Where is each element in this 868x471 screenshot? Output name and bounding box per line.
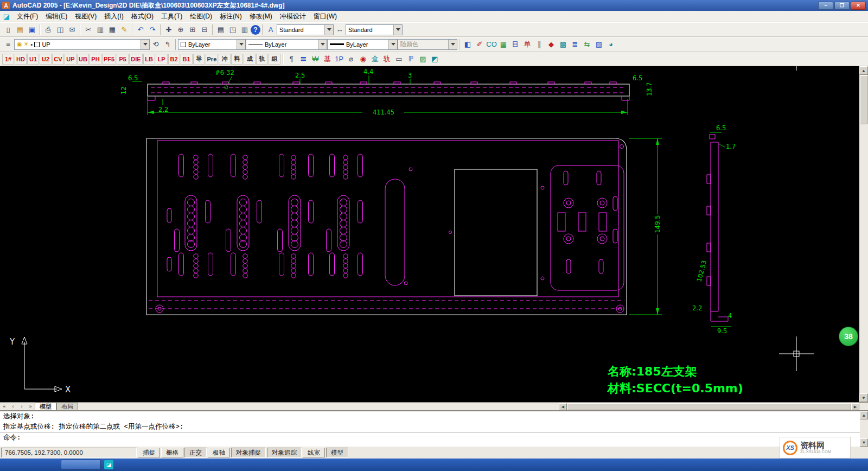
menu-modify[interactable]: 修改(M) [246,11,276,22]
die-design-icon[interactable]: ◩ [429,53,441,65]
die-tool-button[interactable]: 料 [231,54,243,65]
die-design-icon[interactable]: ▭ [393,53,405,65]
save-icon[interactable]: ▣ [26,24,38,36]
layer-states-icon[interactable]: ⟲ [150,39,162,50]
menu-window[interactable]: 窗口(W) [310,11,341,22]
die-design-icon[interactable]: ¶ [285,53,297,65]
die-tool-button[interactable]: CV [52,54,64,65]
menu-draw[interactable]: 绘图(D) [186,11,216,22]
scroll-right-icon[interactable]: ▶ [851,403,859,410]
custom-tool-icon[interactable]: ◧ [462,39,474,50]
die-design-icon[interactable]: ℙ [405,53,417,65]
menu-tools[interactable]: 工具(T) [157,11,186,22]
tab-layout[interactable]: 布局 [56,403,78,410]
layer-lock-icon[interactable]: ▪ [30,41,33,48]
custom-tool-icon[interactable]: ∥ [533,39,545,50]
die-design-icon[interactable]: ◉ [357,53,369,65]
vertical-scroll-thumb[interactable] [860,75,867,124]
grid-toggle[interactable]: 栅格 [161,448,183,457]
zoom-realtime-icon[interactable]: ⊕ [175,24,187,36]
command-scrollbar[interactable]: ▲ ▼ [860,411,868,447]
command-input-line[interactable]: 命令: [0,432,868,443]
dropdown-arrow-icon[interactable] [388,40,397,49]
custom-tool-icon[interactable]: CO [486,39,497,50]
osnap-toggle[interactable]: 对象捕捉 [231,448,266,457]
undo-icon[interactable]: ↶ [135,24,146,36]
dim-style-dropdown[interactable]: Standard [346,24,403,35]
tab-next-icon[interactable]: › [17,403,26,410]
drawing-system-icon[interactable]: ◪ [2,12,11,21]
dropdown-arrow-icon[interactable] [318,40,327,49]
drawing-canvas[interactable]: 6.5 12 2.2 #6-32 2.5 4.4 3 6.5 13.7 [0,66,859,402]
redo-icon[interactable]: ↷ [146,24,158,36]
die-tool-button[interactable]: LP [156,54,168,65]
linetype-control-dropdown[interactable]: ByLayer [246,39,327,50]
menu-die-design[interactable]: 冲模设计 [276,11,310,22]
cut-icon[interactable]: ✂ [82,24,94,36]
copy-icon[interactable]: ▥ [94,24,106,36]
tool-palettes-icon[interactable]: ▥ [239,24,251,36]
coordinate-readout[interactable]: 766.7505, 192.7300, 0.0000 [1,448,137,457]
die-tool-button[interactable]: PH [90,54,101,65]
custom-tool-icon[interactable]: ▨ [593,39,605,50]
custom-tool-icon[interactable]: ▩ [557,39,569,50]
scroll-left-icon[interactable]: ◀ [559,403,567,410]
die-design-icon[interactable]: 盒 [369,53,381,65]
die-tool-button[interactable]: P5 [117,54,129,65]
print-preview-icon[interactable]: ◫ [54,24,66,36]
menu-edit[interactable]: 编辑(E) [42,11,71,22]
lineweight-control-dropdown[interactable]: ByLayer [327,39,398,50]
die-tool-button[interactable]: 轨 [256,54,268,65]
die-tool-button[interactable]: B2 [168,54,180,65]
zoom-window-icon[interactable]: ⊞ [187,24,199,36]
text-style-dropdown[interactable]: Standard [277,24,334,35]
windows-taskbar[interactable]: ◪ [0,459,868,471]
dropdown-arrow-icon[interactable] [324,25,333,35]
menu-view[interactable]: 视图(V) [71,11,100,22]
tab-first-icon[interactable]: « [0,403,9,410]
tab-model[interactable]: 模型 [35,403,56,410]
custom-tool-icon[interactable]: ◆ [545,39,557,50]
dropdown-arrow-icon[interactable] [393,25,402,35]
vertical-scrollbar[interactable]: ▲ ▼ [859,66,868,402]
custom-tool-icon[interactable]: 单 [521,39,533,50]
plot-icon[interactable]: ⎙ [42,24,54,36]
custom-tool-icon[interactable]: ▦ [497,39,509,50]
command-window[interactable]: 选择对象: 指定基点或位移: 指定位移的第二点或 <用第一点作位移>: 命令: … [0,410,868,447]
layer-on-icon[interactable]: ◉ [17,41,22,48]
layer-freeze-icon[interactable]: ☀ [24,41,29,48]
die-tool-button[interactable]: 冲 [219,54,231,65]
die-tool-button[interactable]: HD [15,54,27,65]
die-tool-button[interactable]: DIE [129,54,142,65]
help-icon[interactable]: ? [251,25,260,35]
taskbar-app-icon[interactable]: ◪ [104,460,113,469]
die-design-icon[interactable]: ▨ [417,53,429,65]
die-tool-button[interactable]: Pre [206,54,219,65]
match-properties-icon[interactable]: ✎ [118,24,130,36]
ortho-toggle[interactable]: 正交 [184,448,207,457]
menu-file[interactable]: 文件(F) [13,11,42,22]
custom-tool-icon[interactable]: ◕ [605,39,617,50]
dropdown-arrow-icon[interactable] [237,40,245,49]
color-control-dropdown[interactable]: ByLayer [178,39,246,50]
scroll-down-icon[interactable]: ▼ [859,393,868,402]
layer-dropdown[interactable]: ◉ ☀ ▪ UP [14,39,150,50]
die-design-icon[interactable]: 1P [333,53,345,65]
menu-dimension[interactable]: 标注(N) [216,11,246,22]
menu-insert[interactable]: 插入(I) [100,11,127,22]
make-layer-current-icon[interactable]: ↰ [162,39,174,50]
tab-last-icon[interactable]: » [26,403,35,410]
minimize-button[interactable]: – [818,2,833,10]
die-design-icon[interactable]: 〓 [297,53,309,65]
menu-format[interactable]: 格式(O) [127,11,157,22]
die-tool-button[interactable]: 导 [193,54,205,65]
die-tool-button[interactable]: UP [65,54,76,65]
horizontal-scrollbar[interactable]: ◀ ▶ [559,403,859,410]
scroll-down-icon[interactable]: ▼ [860,438,868,447]
polar-toggle[interactable]: 极轴 [208,448,230,457]
die-design-icon[interactable]: ⌀ [345,53,357,65]
otrack-toggle[interactable]: 对象追踪 [267,448,302,457]
zoom-previous-icon[interactable]: ⊟ [199,24,210,36]
float-badge[interactable]: 38 [839,327,858,346]
publish-icon[interactable]: ✉ [66,24,78,36]
